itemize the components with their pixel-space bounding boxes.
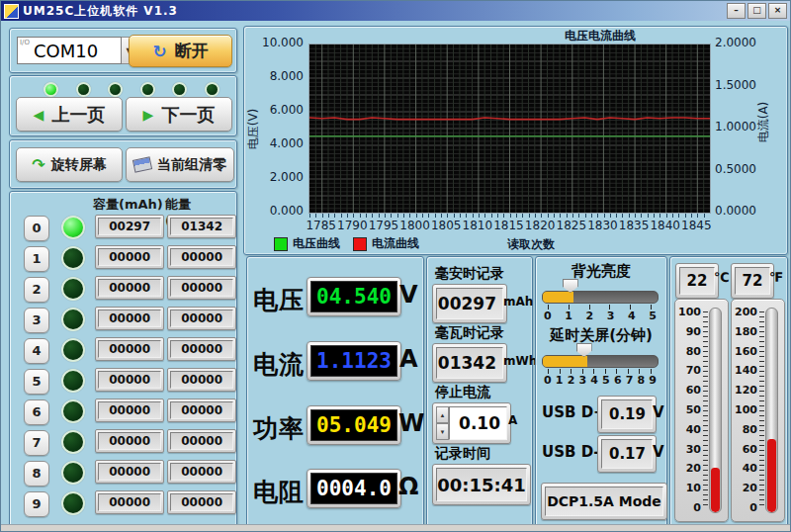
right-tick-label: 0.5000 — [715, 162, 764, 176]
group-led — [61, 246, 85, 270]
com-port-combobox[interactable]: I/O COM10 ▼ — [17, 37, 137, 64]
x-tick-label: 1820 — [522, 219, 558, 232]
stop-current-value[interactable]: 0.10 — [449, 406, 507, 440]
left-tick-label: 10.000 — [258, 36, 304, 49]
capacity-frame: 00000 — [95, 460, 164, 484]
energy-frame: 00000 — [167, 460, 236, 484]
group-number-button[interactable]: 3 — [24, 308, 49, 333]
group-row: 10000000000 — [10, 244, 236, 272]
slider-tick-number: 0 — [544, 310, 552, 322]
fahrenheit-frame: 72 — [731, 263, 774, 299]
group-number-button[interactable]: 8 — [24, 461, 49, 487]
group-row: 50000000000 — [10, 367, 236, 395]
thermometer-scale-label: 30 — [675, 445, 701, 455]
slider-tick-number: 3 — [578, 374, 586, 387]
backlight-slider[interactable]: 012345 — [542, 279, 659, 322]
resistance-display: 0004.0 — [310, 473, 397, 504]
thermometer-scale-label: 20 — [732, 484, 757, 493]
fahrenheit-scale: 200180160140120100806040200 — [732, 308, 757, 513]
power-label: 功率 — [253, 412, 305, 445]
energy-frame: 00000 — [167, 276, 236, 300]
group-number-button[interactable]: 5 — [24, 369, 49, 395]
resistance-unit: Ω — [398, 473, 418, 500]
screen-off-tick-numbers: 0123456789 — [544, 374, 657, 387]
capacity-value: 00000 — [98, 401, 161, 419]
group-number-button[interactable]: 7 — [24, 430, 49, 456]
energy-value: 00000 — [170, 493, 233, 511]
x-tick-label: 1815 — [491, 219, 527, 232]
backlight-groove[interactable] — [542, 291, 659, 304]
group-number-button[interactable]: 0 — [24, 216, 49, 241]
chart-panel: 电压电流曲线 电压(V) 电流(A) 10.0008.0006.0004.000… — [243, 26, 788, 255]
rotate-icon: ↷ — [32, 155, 44, 174]
right-tick-label: 1.0000 — [715, 120, 764, 133]
resistance-label: 电阻 — [253, 476, 305, 508]
disconnect-button[interactable]: ↻ 断开 — [129, 35, 232, 67]
group-number-button[interactable]: 1 — [24, 246, 49, 272]
energy-value: 00000 — [170, 401, 233, 419]
page-led — [140, 82, 155, 97]
prev-page-button[interactable]: ◀ 上一页 — [16, 97, 123, 132]
capacity-frame: 00000 — [95, 307, 164, 330]
screen-off-slider[interactable]: 0123456789 — [542, 343, 659, 387]
spinner-down-button[interactable]: ▼ — [436, 423, 449, 440]
energy-value: 00000 — [170, 310, 233, 327]
record-time-value: 00:15:41 — [436, 468, 527, 501]
group-number-button[interactable]: 9 — [24, 491, 49, 517]
stop-current-unit: A — [508, 413, 517, 427]
slider-tick-number: 2 — [568, 374, 575, 387]
voltage-unit: V — [399, 281, 418, 309]
group-led — [61, 369, 85, 393]
rotate-screen-button[interactable]: ↷ 旋转屏幕 — [16, 147, 123, 182]
usb-dminus-label: USB D- — [542, 443, 600, 461]
com-port-value[interactable]: I/O COM10 — [17, 37, 122, 64]
group-led — [61, 308, 85, 331]
mwh-value: 01342 — [436, 347, 503, 379]
x-minor-ticks — [309, 214, 710, 218]
thermometer-scale-label: 200 — [732, 308, 757, 317]
group-row: 60000000000 — [10, 398, 236, 425]
capacity-header: 容量(mAh) — [93, 196, 163, 214]
energy-value: 00000 — [170, 340, 233, 358]
capacity-value: 00000 — [98, 463, 161, 481]
thermometer-scale-label: 0 — [675, 503, 701, 513]
x-tick-label: 1835 — [616, 219, 652, 232]
clear-group-button[interactable]: 当前组清零 — [126, 147, 234, 182]
celsius-thermometer: 1009080706050403020100 — [674, 299, 729, 522]
clear-group-label: 当前组清零 — [157, 156, 226, 174]
group-number-button[interactable]: 2 — [24, 277, 49, 303]
minimize-button[interactable]: – — [727, 3, 746, 19]
group-led — [61, 216, 85, 239]
eraser-icon — [132, 156, 152, 172]
left-tick-label: 8.000 — [258, 69, 304, 83]
screen-off-groove[interactable] — [542, 355, 659, 368]
x-tick-label: 1795 — [366, 219, 401, 232]
group-number-button[interactable]: 4 — [24, 338, 49, 364]
record-time-frame: 00:15:41 — [432, 464, 531, 505]
thermometer-scale-label: 50 — [675, 405, 701, 415]
spinner-up-button[interactable]: ▲ — [436, 406, 449, 423]
group-row: 90000000000 — [10, 489, 236, 517]
rotate-screen-label: 旋转屏幕 — [51, 156, 107, 174]
slider-tick-number: 0 — [544, 374, 552, 387]
charge-mode-value: DCP1.5A Mode — [545, 487, 663, 516]
capacity-value: 00000 — [98, 279, 161, 297]
capacity-value: 00000 — [98, 248, 161, 266]
maximize-button[interactable]: □ — [747, 3, 766, 19]
group-led — [61, 461, 85, 485]
slider-tick-number: 2 — [586, 310, 594, 322]
io-icon: I/O — [20, 40, 30, 46]
left-tick-label: 6.000 — [258, 103, 304, 117]
capacity-value: 00000 — [98, 310, 161, 327]
next-page-button[interactable]: ▶ 下一页 — [126, 97, 232, 132]
group-led — [61, 277, 85, 301]
capacity-frame: 00000 — [95, 368, 164, 392]
group-number-button[interactable]: 6 — [24, 399, 49, 425]
fahrenheit-thermometer: 200180160140120100806040200 — [731, 299, 785, 522]
actions-panel: ↷ 旋转屏幕 当前组清零 — [9, 139, 237, 189]
groups-panel: 容量(mAh) 能量(mWh) 000297013421000000000020… — [9, 191, 237, 527]
close-button[interactable]: × — [768, 3, 787, 19]
thermometer-scale-label: 20 — [675, 464, 701, 474]
fahrenheit-scale-ticks — [759, 311, 764, 509]
legend-current: 电流曲线 — [353, 235, 419, 252]
